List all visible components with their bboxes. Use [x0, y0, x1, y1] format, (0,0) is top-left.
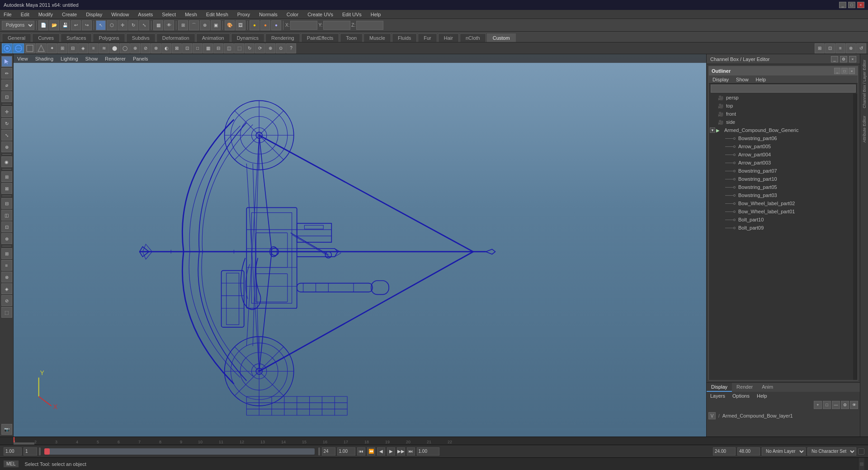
hotbar-btn-15[interactable]: ⊗	[151, 43, 161, 53]
layer-sub-help[interactable]: Help	[755, 392, 769, 400]
outliner-item-bolt09[interactable]: ——o Bolt_part09	[709, 224, 858, 232]
anim-layer-select[interactable]: No Anim Layer	[762, 447, 806, 456]
custom-btn-10[interactable]: ⬚	[1, 307, 12, 318]
outliner-item-persp[interactable]: 🎥 persp	[709, 94, 858, 102]
hotbar-btn-12[interactable]: ◯	[120, 43, 130, 53]
hotbar-btn-17[interactable]: ⊠	[172, 43, 182, 53]
outliner-item-bowstring05[interactable]: ——o Bowstring_part05	[709, 183, 858, 191]
marquee-button[interactable]: ⊡	[1, 91, 12, 102]
custom-btn-3[interactable]: ⊡	[1, 221, 12, 232]
layer-tab-render[interactable]: Render	[732, 383, 757, 392]
hotbar-btn-27[interactable]: ⊙	[276, 43, 286, 53]
menu-edit-mesh[interactable]: Edit Mesh	[204, 11, 230, 18]
outliner-item-bowwheel01[interactable]: ——o Bow_Wheel_label_part01	[709, 207, 858, 216]
z-input[interactable]	[356, 21, 383, 30]
camera-button[interactable]: 📷	[1, 424, 12, 435]
light-btn-2[interactable]: ●	[260, 20, 270, 30]
lasso-button[interactable]: ⌀	[1, 80, 12, 90]
undo-button[interactable]: ↩	[71, 20, 81, 30]
x-input[interactable]	[290, 21, 317, 30]
tab-curves[interactable]: Curves	[32, 33, 60, 42]
workspace-select[interactable]: Polygons	[2, 21, 34, 30]
hotbar-btn-9[interactable]: ≡	[89, 43, 99, 53]
hotbar-btn-25[interactable]: ⟳	[255, 43, 265, 53]
menu-help[interactable]: Help	[369, 11, 383, 18]
light-btn-3[interactable]: ●	[271, 20, 281, 30]
menu-create[interactable]: Create	[60, 11, 79, 18]
outliner-collapse-icon[interactable]: ▼	[710, 127, 715, 133]
outliner-group-row[interactable]: ▼ ▶ Armed_Compound_Bow_Generic	[709, 126, 858, 134]
custom-btn-8[interactable]: ◈	[1, 283, 12, 294]
menu-edit-uvs[interactable]: Edit UVs	[340, 11, 363, 18]
snap-view-button[interactable]: ▣	[211, 20, 221, 30]
outliner-scrollbar[interactable]	[853, 94, 858, 380]
scale-tool-button[interactable]: ⤡	[139, 20, 149, 30]
layer-new-button[interactable]: □	[823, 401, 831, 409]
hotbar-btn-3[interactable]	[24, 43, 35, 53]
soft-select-button[interactable]: ◉	[1, 156, 12, 167]
outliner-item-bowwheel02[interactable]: ——o Bow_Wheel_label_part02	[709, 199, 858, 207]
tab-painteffects[interactable]: PaintEffects	[301, 33, 340, 42]
outliner-item-arrow003[interactable]: ——o Arrow_part003	[709, 159, 858, 167]
hotbar-btn-4[interactable]	[36, 43, 47, 53]
outliner-min-button[interactable]: _	[834, 68, 840, 74]
light-btn-1[interactable]: ●	[250, 20, 259, 30]
y-input[interactable]	[323, 21, 350, 30]
outliner-item-bowstring06[interactable]: ——o Bowstring_part06	[709, 134, 858, 142]
menu-file[interactable]: File	[2, 11, 14, 18]
layer-visibility-v[interactable]: V	[708, 412, 716, 419]
snap-point-button[interactable]: ⊕	[200, 20, 210, 30]
tab-rendering[interactable]: Rendering	[265, 33, 300, 42]
tab-custom[interactable]: Custom	[487, 33, 516, 42]
hotbar-btn-5[interactable]: ✦	[47, 43, 57, 53]
close-button[interactable]: ×	[857, 2, 864, 8]
rotate-button[interactable]: ↻	[1, 118, 12, 129]
history-button[interactable]: ⊞	[1, 171, 12, 182]
hotbar-btn-right-5[interactable]: ↺	[856, 43, 866, 53]
snap-grid-button[interactable]: ⊞	[178, 20, 188, 30]
select-button[interactable]	[1, 56, 12, 67]
outliner-search-input[interactable]	[711, 85, 856, 93]
hotbar-btn-6[interactable]: ⊞	[57, 43, 67, 53]
layer-tab-display[interactable]: Display	[707, 383, 732, 392]
hotbar-btn-14[interactable]: ⊘	[141, 43, 151, 53]
frame-current-input[interactable]: 1	[24, 447, 37, 456]
tab-hair[interactable]: Hair	[438, 33, 459, 42]
hotbar-btn-11[interactable]: ⬤	[109, 43, 119, 53]
hotbar-btn-20[interactable]: ▦	[203, 43, 213, 53]
menu-assets[interactable]: Assets	[136, 11, 155, 18]
scale-button[interactable]: ⤡	[1, 130, 12, 141]
hotbar-btn-19[interactable]: □	[193, 43, 203, 53]
tab-toon[interactable]: Toon	[340, 33, 363, 42]
custom-btn-5[interactable]: ⊞	[1, 248, 12, 259]
hotbar-btn-28[interactable]: ?	[286, 43, 296, 53]
open-scene-button[interactable]: 📂	[49, 20, 59, 30]
outliner-menu-help[interactable]: Help	[754, 76, 768, 83]
menu-normals[interactable]: Normals	[257, 11, 279, 18]
custom-btn-9[interactable]: ⊘	[1, 295, 12, 306]
hotbar-btn-right-4[interactable]: ⊗	[846, 43, 856, 53]
hotbar-btn-18[interactable]: ⊡	[182, 43, 192, 53]
outliner-item-arrow005[interactable]: ——o Arrow_part005	[709, 142, 858, 150]
hotbar-btn-right-3[interactable]: ≡	[835, 43, 845, 53]
layer-create-button[interactable]: +	[814, 401, 822, 409]
layer-options-button[interactable]: ⚙	[841, 401, 849, 409]
rotate-tool-button[interactable]: ↻	[128, 20, 138, 30]
tab-dynamics[interactable]: Dynamics	[231, 33, 264, 42]
universal-manip-button[interactable]: ⊕	[1, 141, 12, 152]
anim-end-input[interactable]: 48.00	[737, 447, 760, 456]
menu-create-uvs[interactable]: Create UVs	[306, 11, 335, 18]
hotbar-btn-right-1[interactable]: ⊞	[815, 43, 825, 53]
menu-mesh[interactable]: Mesh	[183, 11, 199, 18]
layer-sub-options[interactable]: Options	[731, 392, 751, 400]
menu-color[interactable]: Color	[285, 11, 300, 18]
channel-settings-button[interactable]: ⚙	[840, 56, 847, 62]
mel-label[interactable]: MEL	[4, 461, 19, 467]
show-hide-button[interactable]: 👁	[164, 20, 174, 30]
tab-ncloth[interactable]: nCloth	[460, 33, 486, 42]
menu-display[interactable]: Display	[84, 11, 104, 18]
hotbar-btn-13[interactable]: ⊕	[130, 43, 140, 53]
outliner-item-bowstring10[interactable]: ——o Bowstring_part10	[709, 175, 858, 183]
range-marker-start[interactable]	[39, 447, 41, 456]
outliner-item-armed-compound[interactable]: ▶ Armed_Compound_Bow_Generic	[715, 126, 857, 134]
